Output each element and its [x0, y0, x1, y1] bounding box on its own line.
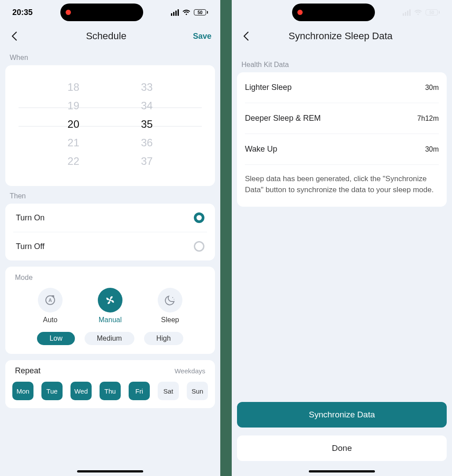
mode-manual[interactable]: Manual	[98, 288, 122, 324]
turn-on-row[interactable]: Turn On	[13, 204, 207, 232]
speed-low[interactable]: Low	[37, 332, 74, 345]
speed-high[interactable]: High	[144, 332, 183, 345]
minute-option[interactable]: 37	[141, 152, 153, 170]
status-time: 20:35	[12, 8, 33, 17]
day-mon[interactable]: Mon	[12, 382, 33, 400]
status-bar: 20:35 50	[232, 0, 452, 25]
minute-option[interactable]: 36	[141, 134, 153, 152]
recording-dot-icon	[297, 10, 303, 15]
wifi-icon	[182, 9, 190, 15]
row-value: 30m	[425, 84, 439, 92]
mode-auto[interactable]: A Auto	[38, 288, 63, 324]
repeat-summary: Weekdays	[174, 367, 205, 375]
repeat-title: Repeat	[15, 366, 41, 376]
speed-medium[interactable]: Medium	[85, 332, 134, 345]
time-picker[interactable]: 18 19 20 21 22 33 34 35 36 37	[12, 71, 208, 180]
wifi-icon	[414, 9, 422, 15]
bottom-actions: Synchronize Data Done	[232, 402, 452, 461]
turn-on-label: Turn On	[16, 213, 44, 223]
hour-column[interactable]: 18 19 20 21 22	[67, 78, 79, 170]
row-value: 7h12m	[417, 115, 439, 123]
mode-auto-label: Auto	[43, 316, 58, 324]
radio-unselected-icon	[194, 241, 204, 252]
hour-option-selected[interactable]: 20	[67, 115, 79, 133]
time-picker-card: 18 19 20 21 22 33 34 35 36 37	[5, 65, 215, 186]
home-indicator[interactable]	[77, 470, 143, 472]
hour-option[interactable]: 18	[67, 78, 79, 96]
mode-sleep[interactable]: Sleep	[158, 288, 182, 324]
status-time: 20:35	[244, 8, 264, 17]
sleep-data-card: Lighter Sleep 30m Deeper Sleep & REM 7h1…	[237, 72, 447, 207]
nav-bar: Schedule Save	[0, 25, 220, 48]
dynamic-island	[292, 4, 375, 21]
moon-icon	[158, 288, 182, 312]
status-indicators: 50	[171, 9, 208, 16]
chevron-left-icon	[243, 31, 249, 41]
row-label: Deeper Sleep & REM	[245, 114, 321, 123]
svg-point-2	[109, 299, 111, 301]
when-label: When	[0, 48, 220, 65]
radio-selected-icon	[194, 212, 204, 223]
day-tue[interactable]: Tue	[41, 382, 63, 400]
cellular-icon	[403, 9, 411, 16]
phone-sync-sleep: 20:35 50 Synchronize Sleep Data Health K…	[232, 0, 452, 476]
speed-selector: Low Medium High	[12, 332, 208, 348]
mode-sleep-label: Sleep	[161, 316, 179, 324]
save-button[interactable]: Save	[190, 32, 211, 41]
battery-icon: 50	[426, 9, 440, 15]
auto-icon: A	[38, 288, 63, 312]
status-indicators: 50	[403, 9, 440, 16]
fan-icon	[98, 288, 122, 312]
mode-card: Mode A Auto Manual	[5, 267, 215, 354]
row-value: 30m	[425, 145, 439, 153]
home-indicator[interactable]	[309, 470, 375, 472]
nav-bar: Synchronize Sleep Data	[232, 25, 452, 48]
hour-option[interactable]: 22	[67, 152, 79, 170]
day-sat[interactable]: Sat	[158, 382, 179, 400]
day-fri[interactable]: Fri	[129, 382, 150, 400]
svg-text:A: A	[48, 298, 52, 303]
battery-icon: 50	[194, 9, 208, 15]
page-title: Synchronize Sleep Data	[254, 30, 427, 42]
back-button[interactable]	[238, 28, 254, 44]
deeper-sleep-row: Deeper Sleep & REM 7h12m	[245, 103, 439, 134]
back-button[interactable]	[6, 28, 22, 44]
phone-schedule: 20:35 50 Schedule Save When	[0, 0, 220, 476]
lighter-sleep-row: Lighter Sleep 30m	[245, 72, 439, 103]
mode-section-label: Mode	[12, 274, 208, 288]
synchronize-button[interactable]: Synchronize Data	[237, 402, 447, 428]
recording-dot-icon	[66, 10, 71, 15]
svg-point-3	[172, 297, 173, 298]
chevron-left-icon	[11, 31, 17, 41]
svg-point-4	[174, 299, 174, 300]
day-wed[interactable]: Wed	[70, 382, 92, 400]
sync-note: Sleep data has been generated, click the…	[245, 165, 439, 207]
healthkit-label: Health Kit Data	[232, 48, 452, 72]
page-title: Schedule	[22, 30, 190, 42]
day-sun[interactable]: Sun	[187, 382, 208, 400]
hour-option[interactable]: 21	[67, 134, 79, 152]
action-card: Turn On Turn Off	[5, 204, 215, 260]
mode-manual-label: Manual	[99, 316, 122, 324]
done-button[interactable]: Done	[237, 435, 447, 461]
dynamic-island	[60, 4, 143, 21]
cellular-icon	[171, 9, 179, 16]
turn-off-row[interactable]: Turn Off	[13, 232, 207, 260]
day-thu[interactable]: Thu	[100, 382, 121, 400]
minute-option[interactable]: 33	[141, 78, 153, 96]
row-label: Lighter Sleep	[245, 83, 292, 92]
minute-option-selected[interactable]: 35	[141, 115, 153, 133]
status-bar: 20:35 50	[0, 0, 220, 25]
repeat-card: Repeat Weekdays Mon Tue Wed Thu Fri Sat …	[5, 360, 215, 408]
minute-option[interactable]: 34	[141, 97, 153, 115]
then-label: Then	[0, 186, 220, 204]
hour-option[interactable]: 19	[67, 97, 79, 115]
wake-up-row: Wake Up 30m	[245, 134, 439, 165]
minute-column[interactable]: 33 34 35 36 37	[141, 78, 153, 170]
day-selector: Mon Tue Wed Thu Fri Sat Sun	[12, 382, 208, 402]
row-label: Wake Up	[245, 145, 277, 154]
turn-off-label: Turn Off	[16, 242, 44, 251]
